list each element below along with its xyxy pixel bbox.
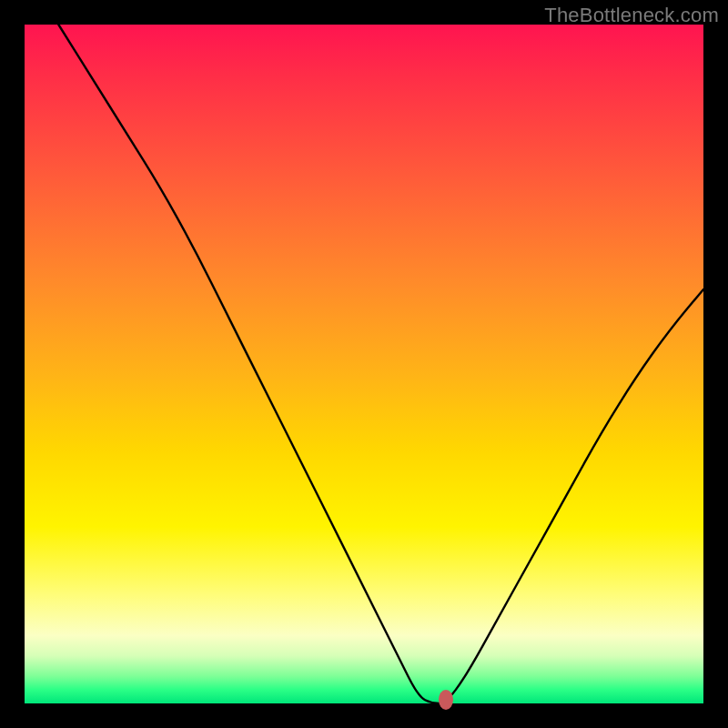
watermark-text: TheBottleneck.com (544, 4, 719, 27)
bottleneck-curve (25, 25, 703, 703)
curve-path (58, 25, 703, 703)
outer-frame: TheBottleneck.com (0, 0, 728, 728)
min-marker (439, 690, 453, 710)
